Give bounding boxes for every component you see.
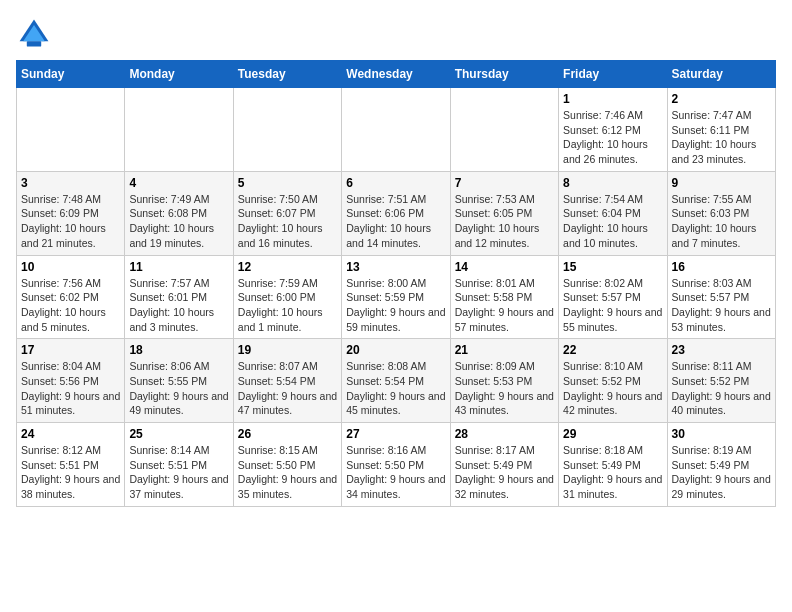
day-number: 8 xyxy=(563,176,662,190)
day-number: 20 xyxy=(346,343,445,357)
day-info: Sunrise: 8:19 AMSunset: 5:49 PMDaylight:… xyxy=(672,443,771,502)
day-cell: 25Sunrise: 8:14 AMSunset: 5:51 PMDayligh… xyxy=(125,423,233,507)
day-cell: 4Sunrise: 7:49 AMSunset: 6:08 PMDaylight… xyxy=(125,171,233,255)
day-cell: 30Sunrise: 8:19 AMSunset: 5:49 PMDayligh… xyxy=(667,423,775,507)
day-number: 9 xyxy=(672,176,771,190)
weekday-header-sunday: Sunday xyxy=(17,61,125,88)
day-cell: 21Sunrise: 8:09 AMSunset: 5:53 PMDayligh… xyxy=(450,339,558,423)
day-cell: 22Sunrise: 8:10 AMSunset: 5:52 PMDayligh… xyxy=(559,339,667,423)
page-header xyxy=(16,16,776,52)
day-info: Sunrise: 7:53 AMSunset: 6:05 PMDaylight:… xyxy=(455,192,554,251)
day-number: 13 xyxy=(346,260,445,274)
weekday-header-thursday: Thursday xyxy=(450,61,558,88)
day-info: Sunrise: 8:14 AMSunset: 5:51 PMDaylight:… xyxy=(129,443,228,502)
day-number: 2 xyxy=(672,92,771,106)
day-info: Sunrise: 8:04 AMSunset: 5:56 PMDaylight:… xyxy=(21,359,120,418)
day-cell: 1Sunrise: 7:46 AMSunset: 6:12 PMDaylight… xyxy=(559,88,667,172)
day-info: Sunrise: 7:47 AMSunset: 6:11 PMDaylight:… xyxy=(672,108,771,167)
day-cell: 9Sunrise: 7:55 AMSunset: 6:03 PMDaylight… xyxy=(667,171,775,255)
day-cell: 10Sunrise: 7:56 AMSunset: 6:02 PMDayligh… xyxy=(17,255,125,339)
day-number: 21 xyxy=(455,343,554,357)
day-info: Sunrise: 8:18 AMSunset: 5:49 PMDaylight:… xyxy=(563,443,662,502)
day-info: Sunrise: 7:51 AMSunset: 6:06 PMDaylight:… xyxy=(346,192,445,251)
day-cell: 20Sunrise: 8:08 AMSunset: 5:54 PMDayligh… xyxy=(342,339,450,423)
day-info: Sunrise: 7:54 AMSunset: 6:04 PMDaylight:… xyxy=(563,192,662,251)
day-cell xyxy=(342,88,450,172)
day-cell: 5Sunrise: 7:50 AMSunset: 6:07 PMDaylight… xyxy=(233,171,341,255)
day-cell: 3Sunrise: 7:48 AMSunset: 6:09 PMDaylight… xyxy=(17,171,125,255)
day-info: Sunrise: 8:01 AMSunset: 5:58 PMDaylight:… xyxy=(455,276,554,335)
day-info: Sunrise: 8:16 AMSunset: 5:50 PMDaylight:… xyxy=(346,443,445,502)
day-cell xyxy=(17,88,125,172)
svg-rect-2 xyxy=(27,41,41,46)
day-cell: 17Sunrise: 8:04 AMSunset: 5:56 PMDayligh… xyxy=(17,339,125,423)
day-cell: 6Sunrise: 7:51 AMSunset: 6:06 PMDaylight… xyxy=(342,171,450,255)
day-cell: 19Sunrise: 8:07 AMSunset: 5:54 PMDayligh… xyxy=(233,339,341,423)
calendar-table: SundayMondayTuesdayWednesdayThursdayFrid… xyxy=(16,60,776,507)
day-info: Sunrise: 8:09 AMSunset: 5:53 PMDaylight:… xyxy=(455,359,554,418)
day-cell xyxy=(125,88,233,172)
day-number: 19 xyxy=(238,343,337,357)
day-cell: 28Sunrise: 8:17 AMSunset: 5:49 PMDayligh… xyxy=(450,423,558,507)
weekday-header-wednesday: Wednesday xyxy=(342,61,450,88)
week-row-5: 24Sunrise: 8:12 AMSunset: 5:51 PMDayligh… xyxy=(17,423,776,507)
day-cell: 2Sunrise: 7:47 AMSunset: 6:11 PMDaylight… xyxy=(667,88,775,172)
week-row-3: 10Sunrise: 7:56 AMSunset: 6:02 PMDayligh… xyxy=(17,255,776,339)
day-cell: 7Sunrise: 7:53 AMSunset: 6:05 PMDaylight… xyxy=(450,171,558,255)
day-info: Sunrise: 8:12 AMSunset: 5:51 PMDaylight:… xyxy=(21,443,120,502)
logo xyxy=(16,16,56,52)
logo-icon xyxy=(16,16,52,52)
day-info: Sunrise: 8:15 AMSunset: 5:50 PMDaylight:… xyxy=(238,443,337,502)
day-cell: 24Sunrise: 8:12 AMSunset: 5:51 PMDayligh… xyxy=(17,423,125,507)
day-number: 27 xyxy=(346,427,445,441)
weekday-header-row: SundayMondayTuesdayWednesdayThursdayFrid… xyxy=(17,61,776,88)
day-info: Sunrise: 7:49 AMSunset: 6:08 PMDaylight:… xyxy=(129,192,228,251)
day-info: Sunrise: 7:50 AMSunset: 6:07 PMDaylight:… xyxy=(238,192,337,251)
day-info: Sunrise: 8:17 AMSunset: 5:49 PMDaylight:… xyxy=(455,443,554,502)
day-info: Sunrise: 8:07 AMSunset: 5:54 PMDaylight:… xyxy=(238,359,337,418)
day-info: Sunrise: 8:11 AMSunset: 5:52 PMDaylight:… xyxy=(672,359,771,418)
day-number: 28 xyxy=(455,427,554,441)
day-cell xyxy=(233,88,341,172)
day-number: 30 xyxy=(672,427,771,441)
day-info: Sunrise: 8:03 AMSunset: 5:57 PMDaylight:… xyxy=(672,276,771,335)
day-info: Sunrise: 7:48 AMSunset: 6:09 PMDaylight:… xyxy=(21,192,120,251)
day-number: 1 xyxy=(563,92,662,106)
day-cell: 29Sunrise: 8:18 AMSunset: 5:49 PMDayligh… xyxy=(559,423,667,507)
weekday-header-friday: Friday xyxy=(559,61,667,88)
weekday-header-tuesday: Tuesday xyxy=(233,61,341,88)
day-number: 12 xyxy=(238,260,337,274)
day-cell: 8Sunrise: 7:54 AMSunset: 6:04 PMDaylight… xyxy=(559,171,667,255)
day-cell: 15Sunrise: 8:02 AMSunset: 5:57 PMDayligh… xyxy=(559,255,667,339)
day-number: 25 xyxy=(129,427,228,441)
day-number: 6 xyxy=(346,176,445,190)
day-number: 23 xyxy=(672,343,771,357)
week-row-2: 3Sunrise: 7:48 AMSunset: 6:09 PMDaylight… xyxy=(17,171,776,255)
weekday-header-saturday: Saturday xyxy=(667,61,775,88)
day-number: 29 xyxy=(563,427,662,441)
week-row-4: 17Sunrise: 8:04 AMSunset: 5:56 PMDayligh… xyxy=(17,339,776,423)
day-info: Sunrise: 7:55 AMSunset: 6:03 PMDaylight:… xyxy=(672,192,771,251)
day-number: 18 xyxy=(129,343,228,357)
weekday-header-monday: Monday xyxy=(125,61,233,88)
day-number: 22 xyxy=(563,343,662,357)
week-row-1: 1Sunrise: 7:46 AMSunset: 6:12 PMDaylight… xyxy=(17,88,776,172)
day-number: 16 xyxy=(672,260,771,274)
day-number: 4 xyxy=(129,176,228,190)
day-number: 11 xyxy=(129,260,228,274)
day-number: 7 xyxy=(455,176,554,190)
day-info: Sunrise: 7:57 AMSunset: 6:01 PMDaylight:… xyxy=(129,276,228,335)
day-number: 5 xyxy=(238,176,337,190)
day-cell: 26Sunrise: 8:15 AMSunset: 5:50 PMDayligh… xyxy=(233,423,341,507)
day-info: Sunrise: 7:59 AMSunset: 6:00 PMDaylight:… xyxy=(238,276,337,335)
day-info: Sunrise: 8:02 AMSunset: 5:57 PMDaylight:… xyxy=(563,276,662,335)
day-cell: 14Sunrise: 8:01 AMSunset: 5:58 PMDayligh… xyxy=(450,255,558,339)
day-info: Sunrise: 8:06 AMSunset: 5:55 PMDaylight:… xyxy=(129,359,228,418)
day-info: Sunrise: 8:00 AMSunset: 5:59 PMDaylight:… xyxy=(346,276,445,335)
day-info: Sunrise: 8:08 AMSunset: 5:54 PMDaylight:… xyxy=(346,359,445,418)
day-cell: 16Sunrise: 8:03 AMSunset: 5:57 PMDayligh… xyxy=(667,255,775,339)
day-info: Sunrise: 7:46 AMSunset: 6:12 PMDaylight:… xyxy=(563,108,662,167)
day-cell: 23Sunrise: 8:11 AMSunset: 5:52 PMDayligh… xyxy=(667,339,775,423)
day-number: 3 xyxy=(21,176,120,190)
day-info: Sunrise: 7:56 AMSunset: 6:02 PMDaylight:… xyxy=(21,276,120,335)
